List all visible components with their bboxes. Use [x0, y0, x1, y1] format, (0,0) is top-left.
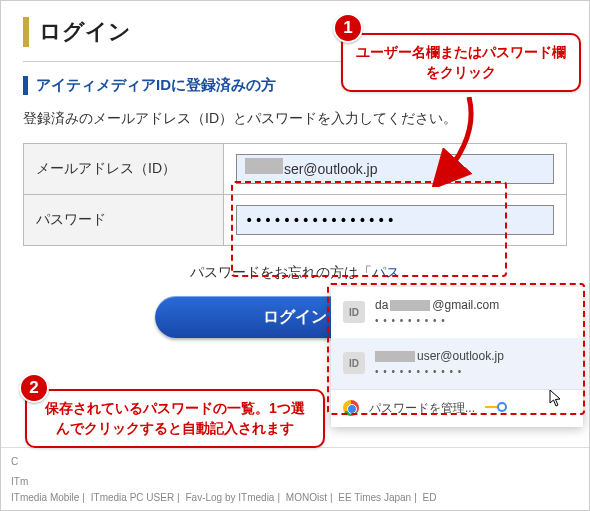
credential-icon: ID — [343, 301, 365, 323]
password-input[interactable] — [236, 205, 554, 235]
forgot-password-link[interactable]: パス — [372, 264, 400, 280]
autofill-user-prefix: da — [375, 297, 388, 314]
autofill-password-dots: • • • • • • • • • • • — [375, 365, 571, 379]
redaction-block — [390, 300, 430, 311]
footer-link[interactable]: Fav-Log by ITmedia — [186, 492, 275, 503]
callout-number: 2 — [19, 373, 49, 403]
callout-1: 1 ユーザー名欄またはパスワード欄をクリック — [341, 33, 581, 92]
email-label: メールアドレス（ID） — [24, 144, 224, 195]
footer-link[interactable]: ED — [423, 492, 437, 503]
footer-link[interactable]: ITmedia Mobile — [11, 492, 79, 503]
callout-bubble: 保存されているパスワードの一覧。1つ選んでクリックすると自動記入されます — [25, 389, 325, 448]
footer: C ITm ITmedia Mobile| ITmedia PC USER| F… — [1, 447, 589, 510]
autofill-user-suffix: @gmail.com — [432, 297, 499, 314]
password-label: パスワード — [24, 195, 224, 246]
chrome-icon — [343, 400, 359, 416]
key-icon — [485, 402, 507, 414]
manage-passwords-label: パスワードを管理... — [369, 400, 475, 417]
credential-icon: ID — [343, 352, 365, 374]
cursor-icon — [549, 389, 563, 407]
autofill-dropdown: ID da @gmail.com • • • • • • • • • ID us… — [331, 287, 583, 427]
footer-link[interactable]: MONOist — [286, 492, 327, 503]
autofill-item[interactable]: ID user@outlook.jp • • • • • • • • • • • — [331, 338, 583, 389]
callout-2: 2 保存されているパスワードの一覧。1つ選んでクリックすると自動記入されます — [25, 389, 325, 448]
forgot-prefix: パスワードをお忘れの方は「 — [190, 264, 372, 280]
autofill-item[interactable]: ID da @gmail.com • • • • • • • • • — [331, 287, 583, 338]
redaction-block — [375, 351, 415, 362]
autofill-password-dots: • • • • • • • • • — [375, 314, 571, 328]
callout-number: 1 — [333, 13, 363, 43]
footer-links: ITm ITmedia Mobile| ITmedia PC USER| Fav… — [11, 474, 579, 506]
callout-bubble: ユーザー名欄またはパスワード欄をクリック — [341, 33, 581, 92]
footer-link[interactable]: ITmedia PC USER — [91, 492, 174, 503]
autofill-user-suffix: user@outlook.jp — [417, 348, 504, 365]
login-form: メールアドレス（ID） パスワード — [23, 143, 567, 246]
instruction-text: 登録済みのメールアドレス（ID）とパスワードを入力してください。 — [23, 107, 567, 129]
redaction-block — [245, 158, 283, 174]
footer-link[interactable]: EE Times Japan — [338, 492, 411, 503]
email-input[interactable] — [236, 154, 554, 184]
footer-copy: C — [11, 454, 579, 470]
manage-passwords-row[interactable]: パスワードを管理... — [331, 390, 583, 427]
footer-link[interactable]: ITm — [11, 476, 28, 487]
forgot-password-row: パスワードをお忘れの方は「パス — [23, 264, 567, 282]
